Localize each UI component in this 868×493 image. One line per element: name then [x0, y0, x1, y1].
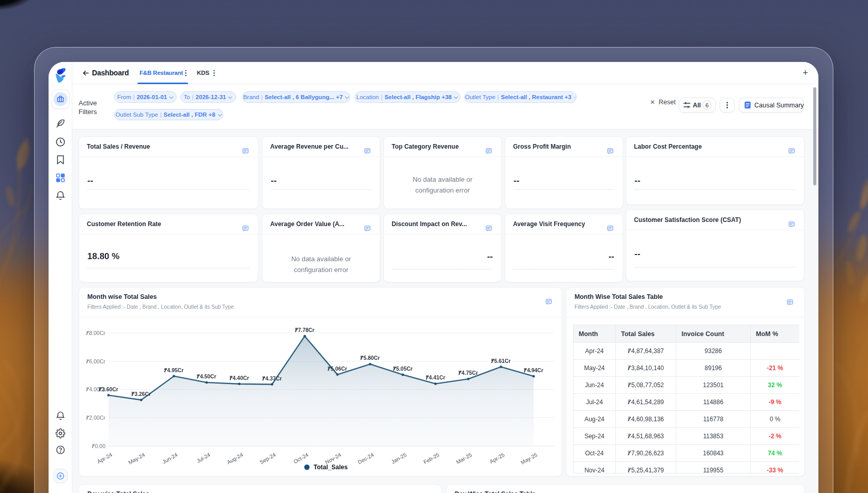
svg-text:₹5.61Cr: ₹5.61Cr	[491, 358, 511, 364]
svg-text:₹3.26Cr: ₹3.26Cr	[132, 391, 151, 397]
svg-text:Aug-24: Aug-24	[226, 452, 244, 465]
svg-text:₹5.06Cr: ₹5.06Cr	[328, 366, 347, 372]
svg-text:Sep-24: Sep-24	[259, 452, 277, 465]
svg-text:Oct-24: Oct-24	[292, 452, 309, 465]
svg-text:₹8.00Cr: ₹8.00Cr	[86, 330, 106, 336]
svg-text:Total_Sales: Total_Sales	[314, 464, 348, 471]
svg-text:Apr-25: Apr-25	[489, 452, 506, 465]
svg-text:May-24: May-24	[128, 452, 146, 466]
svg-text:Mar-25: Mar-25	[455, 452, 473, 465]
svg-text:₹6.00Cr: ₹6.00Cr	[86, 358, 106, 364]
svg-text:Jun-24: Jun-24	[161, 452, 178, 465]
svg-text:Feb-25: Feb-25	[423, 452, 440, 465]
svg-text:₹4.41Cr: ₹4.41Cr	[426, 375, 445, 380]
svg-text:₹5.05Cr: ₹5.05Cr	[393, 366, 413, 372]
svg-text:₹3.60Cr: ₹3.60Cr	[99, 387, 118, 392]
svg-text:₹7.78Cr: ₹7.78Cr	[295, 327, 315, 333]
svg-text:₹4.40Cr: ₹4.40Cr	[229, 375, 249, 381]
svg-text:Dec-24: Dec-24	[357, 452, 375, 465]
svg-text:₹4.94Cr: ₹4.94Cr	[524, 368, 544, 373]
svg-text:Jul-24: Jul-24	[196, 452, 211, 464]
svg-text:₹2.00Cr: ₹2.00Cr	[86, 415, 106, 421]
svg-text:₹4.50Cr: ₹4.50Cr	[197, 374, 216, 379]
svg-text:₹4.37Cr: ₹4.37Cr	[262, 376, 282, 381]
svg-text:₹5.80Cr: ₹5.80Cr	[361, 355, 380, 361]
svg-text:Apr-24: Apr-24	[96, 452, 113, 465]
svg-text:₹4.95Cr: ₹4.95Cr	[164, 368, 184, 373]
svg-text:Jan-25: Jan-25	[391, 452, 408, 465]
svg-text:May-25: May-25	[520, 452, 538, 466]
svg-text:₹0.00: ₹0.00	[92, 443, 105, 449]
svg-text:₹4.75Cr: ₹4.75Cr	[459, 370, 478, 376]
